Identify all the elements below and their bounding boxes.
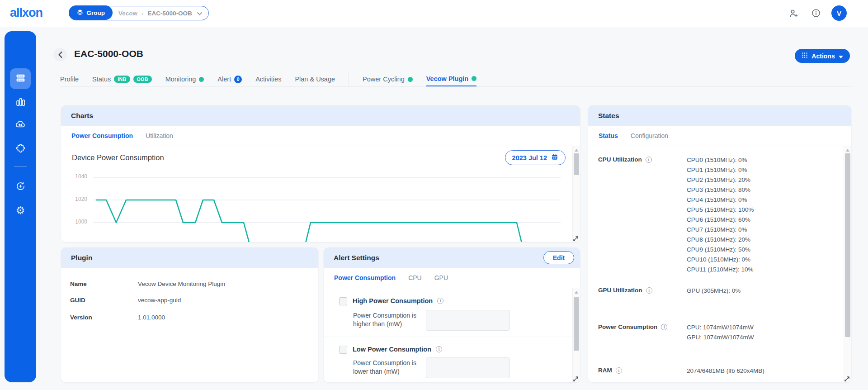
ram-label: RAMi xyxy=(598,367,622,374)
low-power-input[interactable] xyxy=(426,357,510,378)
chevron-down-icon[interactable] xyxy=(197,9,202,17)
scroll-thumb[interactable] xyxy=(574,153,579,175)
status-dot xyxy=(472,76,476,81)
cpu-utilization-label: CPU Utilizationi xyxy=(598,156,652,163)
back-button[interactable] xyxy=(53,48,67,62)
scroll-thumb[interactable] xyxy=(574,297,579,351)
charts-card: Charts Power Consumption Utilization Dev… xyxy=(61,105,580,242)
ram-values: 2074/6481MB (lfb 620x4MB) xyxy=(687,366,764,376)
power-line-series xyxy=(96,200,524,242)
high-power-input[interactable] xyxy=(426,310,510,331)
info-icon[interactable]: i xyxy=(616,367,622,374)
charts-card-tabs: Power Consumption Utilization xyxy=(61,126,580,146)
states-scroll-area[interactable]: CPU Utilizationi CPU0 (1510MHz): 0% CPU1… xyxy=(588,146,851,382)
plugin-guid-label: GUID xyxy=(70,297,85,304)
chart-scrollbar[interactable] xyxy=(572,146,580,242)
sidebar-item-settings[interactable]: ⚙ xyxy=(10,200,31,221)
tab-alert-power-consumption[interactable]: Power Consumption xyxy=(334,274,396,281)
tab-configuration[interactable]: Configuration xyxy=(631,132,668,139)
cpu-value: CPU7 (1510MHz): 0% xyxy=(687,225,754,235)
resize-grip-icon[interactable] xyxy=(844,376,850,381)
alert-card-tabs: Power Consumption CPU GPU xyxy=(324,268,580,288)
tab-plan-usage[interactable]: Plan & Usage xyxy=(295,71,335,87)
gpu-utilization-values: GPU (305MHz): 0% xyxy=(687,286,741,296)
tab-power-cycling[interactable]: Power Cycling xyxy=(363,71,413,87)
alert-count-badge: 0 xyxy=(234,76,242,83)
ram-value: 2074/6481MB (lfb 620x4MB) xyxy=(687,366,764,376)
tab-alert-cpu[interactable]: CPU xyxy=(408,274,422,281)
status-dot xyxy=(199,77,204,82)
tab-status[interactable]: Status xyxy=(599,132,618,139)
tab-alert[interactable]: Alert 0 xyxy=(217,71,242,87)
info-icon[interactable]: i xyxy=(436,346,442,352)
page-title: EAC-5000-OOB xyxy=(74,48,143,59)
cpu-value: CPU4 (1510MHz): 0% xyxy=(687,195,754,205)
sidebar-item-updates[interactable] xyxy=(10,176,31,197)
tab-status[interactable]: Status INB OOB xyxy=(92,71,152,87)
tab-alert-gpu[interactable]: GPU xyxy=(434,274,448,281)
sidebar: ⚙ xyxy=(5,31,36,382)
gpu-value: GPU (305MHz): 0% xyxy=(687,286,741,296)
plugin-card: Plugin Name Vecow Device Monitoring Plug… xyxy=(61,247,318,382)
info-icon[interactable] xyxy=(810,7,822,19)
chart-title: Device Power Consumption xyxy=(72,153,164,162)
info-icon[interactable]: i xyxy=(646,287,652,294)
low-power-checkbox[interactable] xyxy=(339,346,347,354)
alert-card-title: Alert Settings xyxy=(334,254,379,262)
low-power-label: Low Power Consumptioni xyxy=(353,346,442,353)
info-icon[interactable]: i xyxy=(437,298,443,304)
scroll-up-arrow[interactable] xyxy=(575,149,578,152)
breadcrumb-group-label: Group xyxy=(87,10,105,16)
power-value: GPU: 1074mW/1074mW xyxy=(687,333,754,342)
info-icon[interactable]: i xyxy=(646,157,652,163)
update-sync-icon xyxy=(15,181,26,194)
resize-grip-icon[interactable] xyxy=(573,235,579,241)
tab-monitoring[interactable]: Monitoring xyxy=(165,71,204,87)
chart-scroll-area[interactable]: Device Power Consumption 2023 Jul 12 104… xyxy=(61,146,580,242)
cpu-value: CPU5 (1510MHz): 100% xyxy=(687,205,754,215)
resize-grip-icon[interactable] xyxy=(573,376,579,381)
date-picker[interactable]: 2023 Jul 12 xyxy=(505,150,566,165)
sidebar-item-analytics[interactable] xyxy=(10,92,31,113)
puzzle-icon xyxy=(15,143,26,156)
sidebar-item-devices[interactable] xyxy=(10,68,31,89)
plugin-card-body: Name Vecow Device Monitoring Plugin GUID… xyxy=(61,268,318,382)
tab-vecow-plugin[interactable]: Vecow Plugin xyxy=(426,71,476,87)
avatar[interactable]: V xyxy=(831,5,847,21)
grid-icon xyxy=(802,52,808,60)
scroll-up-arrow[interactable] xyxy=(575,291,578,294)
actions-label: Actions xyxy=(811,52,835,60)
tab-power-consumption[interactable]: Power Consumption xyxy=(71,132,133,139)
tab-utilization[interactable]: Utilization xyxy=(146,132,173,139)
power-consumption-chart xyxy=(61,170,572,242)
edit-button[interactable]: Edit xyxy=(543,251,574,264)
scroll-up-arrow[interactable] xyxy=(846,149,849,152)
actions-button[interactable]: Actions xyxy=(795,49,850,63)
high-power-checkbox[interactable] xyxy=(339,297,347,305)
devices-icon xyxy=(15,72,26,86)
alert-scrollbar[interactable] xyxy=(572,288,580,382)
alert-settings-card: Alert Settings Edit Power Consumption CP… xyxy=(324,247,580,382)
plugin-version-label: Version xyxy=(70,314,92,321)
tabs-underline xyxy=(60,86,851,87)
breadcrumb-device[interactable]: EAC-5000-OOB xyxy=(147,10,192,17)
states-scrollbar[interactable] xyxy=(844,146,851,382)
breadcrumb-org[interactable]: Vecow xyxy=(118,10,137,17)
device-tabs: Profile Status INB OOB Monitoring Alert … xyxy=(60,71,476,87)
breadcrumb-group-button[interactable]: Group xyxy=(69,5,113,20)
breadcrumb-separator: › xyxy=(142,10,143,17)
alert-scroll-area[interactable]: High Power Consumptioni Power Consumptio… xyxy=(324,288,580,382)
sidebar-item-ota[interactable] xyxy=(10,115,31,136)
sidebar-item-plugins[interactable] xyxy=(10,139,31,160)
scroll-thumb[interactable] xyxy=(845,153,850,337)
bar-chart-icon xyxy=(15,96,26,109)
invite-user-icon[interactable] xyxy=(788,7,799,19)
tab-activities[interactable]: Activities xyxy=(255,71,281,87)
info-icon[interactable]: i xyxy=(661,324,667,330)
plugin-card-header: Plugin xyxy=(61,247,318,268)
states-card-header: States xyxy=(588,105,851,126)
tab-profile[interactable]: Profile xyxy=(60,71,79,87)
breadcrumb[interactable]: Group Vecow › EAC-5000-OOB xyxy=(69,6,209,20)
cpu-value: CPU11 (1510MHz): 10% xyxy=(687,265,754,275)
alert-card-header: Alert Settings Edit xyxy=(324,247,580,268)
